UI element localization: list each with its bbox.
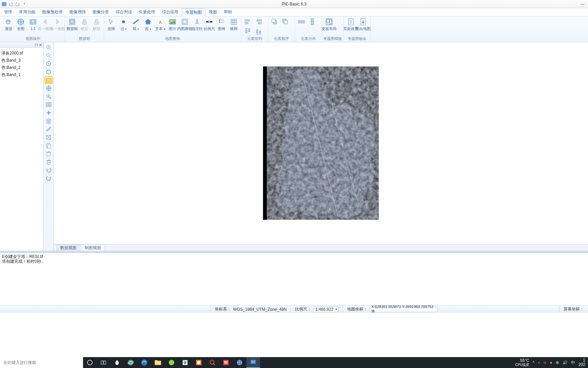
pin-icon[interactable]: ⊓ — [35, 43, 38, 47]
tray-icon-4[interactable]: ⊕ — [556, 360, 559, 365]
tool-copy[interactable] — [45, 142, 53, 149]
ribbon-btn-scalebar[interactable]: 比例尺 — [203, 17, 215, 31]
tray-icon-2[interactable]: w — [543, 360, 546, 365]
tool-measure[interactable] — [45, 125, 53, 133]
ribbon-btn-back[interactable] — [280, 17, 291, 26]
tab-layout-view[interactable]: 制图视图 — [81, 244, 105, 251]
menu-tab-0[interactable]: 管理 — [1, 8, 16, 16]
tray-chevron-icon[interactable]: ^ — [533, 360, 535, 365]
tray-ime[interactable]: 中 — [571, 360, 575, 366]
ribbon-btn-oneone[interactable]: 1:11:1 — [27, 17, 39, 31]
task-current-app[interactable] — [246, 357, 260, 368]
minimize-button[interactable]: — — [581, 2, 585, 6]
ribbon-btn-point[interactable]: 点 ▾ — [118, 17, 129, 31]
svg-text:1:1: 1:1 — [30, 19, 36, 24]
task-ie[interactable] — [124, 357, 137, 368]
tab-data-view[interactable]: 数据视图 — [56, 244, 80, 251]
layer-list[interactable]: 泽县2000.tif色:Band_3色:Band_2色:Band_1 — [0, 48, 43, 251]
ribbon-btn-alignL[interactable] — [243, 17, 253, 26]
task-globe[interactable] — [233, 357, 246, 368]
redo-icon[interactable] — [15, 1, 20, 7]
menu-tab-4[interactable]: 图像分类 — [89, 8, 112, 16]
menu-tab-5[interactable]: 综合判读 — [112, 8, 135, 16]
tray-icon-1[interactable]: ♦ — [538, 360, 540, 365]
ribbon-btn-hand[interactable]: 漫游 — [3, 17, 14, 31]
ribbon-btn-north[interactable]: 指北针 — [191, 17, 203, 31]
ribbon-btn-export[interactable]: 导出地图 — [357, 17, 369, 31]
layer-item[interactable]: 泽县2000.tif — [1, 50, 42, 57]
qat-dropdown-icon[interactable]: ▼ — [22, 1, 27, 7]
tool-undo[interactable] — [45, 166, 53, 174]
task-wps[interactable]: W — [219, 357, 233, 368]
ribbon-btn-alignR[interactable] — [254, 17, 264, 26]
layer-item[interactable]: 色:Band_3 — [1, 57, 42, 64]
task-app-3[interactable] — [178, 357, 192, 368]
menu-tab-3[interactable]: 图像增强 — [66, 8, 89, 16]
system-tray: 55°C CPU温度 ^ ♦ w ● ⊕ 🔊 中 1 202 — [512, 357, 588, 368]
tool-delete[interactable] — [45, 150, 53, 157]
task-app-5[interactable] — [206, 357, 219, 368]
ribbon-btn-dataframe[interactable]: 数据框 — [66, 17, 78, 31]
tool-zoom-out-fixed[interactable] — [45, 52, 53, 59]
tool-zoom-out[interactable] — [45, 68, 53, 76]
map-canvas[interactable] — [54, 42, 588, 244]
tray-volume-icon[interactable]: 🔊 — [562, 360, 568, 365]
ribbon-btn-distH[interactable] — [296, 17, 307, 26]
layer-item[interactable]: 色:Band_1 — [1, 71, 42, 78]
task-cortana[interactable] — [83, 357, 97, 368]
close-icon[interactable]: ✕ — [39, 43, 42, 47]
menu-tab-7[interactable]: 综合应用 — [159, 8, 182, 16]
svg-rect-0 — [2, 2, 6, 6]
tray-clock[interactable]: 1 202 — [578, 358, 585, 367]
ribbon-btn-grid[interactable]: 格网 — [228, 17, 240, 31]
tool-pan[interactable] — [45, 76, 53, 84]
ribbon-btn-alignT[interactable] — [243, 27, 253, 35]
task-app-1[interactable] — [110, 357, 124, 368]
ribbon-btn-line[interactable]: 线 ▾ — [130, 17, 142, 31]
layer-item[interactable]: 色:Band_2 — [1, 64, 42, 71]
task-edge[interactable] — [137, 357, 151, 368]
ribbon-btn-front[interactable] — [270, 17, 280, 26]
menu-tab-1[interactable]: 常用功能 — [16, 8, 39, 16]
menu-tab-2[interactable]: 图像预处理 — [39, 8, 66, 16]
ribbon-btn-arrow[interactable]: 选择 — [105, 17, 117, 31]
task-app-2[interactable] — [165, 357, 178, 368]
ribbon-group-6: 更改布局专题图模板 — [322, 16, 344, 42]
menu-tab-9[interactable]: 视图 — [206, 8, 220, 16]
svg-rect-29 — [311, 21, 314, 22]
app-title: PIE-Basic 6.3 — [282, 2, 307, 6]
ribbon-btn-image[interactable]: 图片 — [167, 17, 178, 31]
ribbon-btn-globe[interactable]: 全图 — [15, 17, 27, 31]
menu-tab-6[interactable]: 矢量处理 — [135, 8, 159, 16]
task-explorer[interactable] — [151, 357, 165, 368]
ribbon-btn-polygon[interactable]: 面 ▾ — [142, 17, 154, 31]
svg-rect-47 — [46, 103, 51, 107]
tool-trash[interactable] — [45, 158, 53, 166]
ribbon-btn-pagesetup[interactable]: 页面设置 — [345, 17, 357, 31]
tray-icon-3[interactable]: ● — [550, 360, 552, 365]
ribbon-btn-distV[interactable] — [307, 17, 317, 26]
tool-clear[interactable] — [45, 134, 53, 141]
menu-tab-8[interactable]: 专题制图 — [182, 8, 206, 16]
tool-zoom-in[interactable] — [45, 60, 53, 67]
workspace: ⊓ ✕ 泽县2000.tif色:Band_3色:Band_2色:Band_1 — [0, 42, 588, 251]
ribbon-btn-alignB[interactable] — [254, 27, 264, 35]
tool-full-extent[interactable] — [45, 85, 53, 92]
scale-input[interactable]: 1:466,922▾ — [313, 307, 339, 312]
tool-redo[interactable] — [45, 174, 53, 182]
taskbar-search[interactable]: 在此键入进行搜索 — [0, 357, 83, 368]
tool-add[interactable] — [45, 109, 53, 117]
tool-identify[interactable] — [45, 93, 53, 100]
undo-icon[interactable] — [8, 1, 14, 7]
ribbon-btn-legend[interactable]: 图例 — [216, 17, 227, 31]
ribbon-btn-text[interactable]: A文本 ▾ — [154, 17, 166, 31]
menu-tab-10[interactable]: 帮助 — [220, 8, 235, 16]
ribbon-btn-layout[interactable]: 更改布局 — [323, 17, 335, 31]
svg-rect-12 — [182, 19, 187, 25]
task-app-4[interactable] — [192, 357, 206, 368]
tool-table[interactable] — [45, 101, 53, 108]
tool-zoom-in-fixed[interactable] — [45, 44, 53, 51]
tool-layer[interactable] — [45, 117, 53, 125]
ribbon-btn-neatline[interactable]: 内图廓线 — [179, 17, 191, 31]
task-view[interactable] — [97, 357, 110, 368]
